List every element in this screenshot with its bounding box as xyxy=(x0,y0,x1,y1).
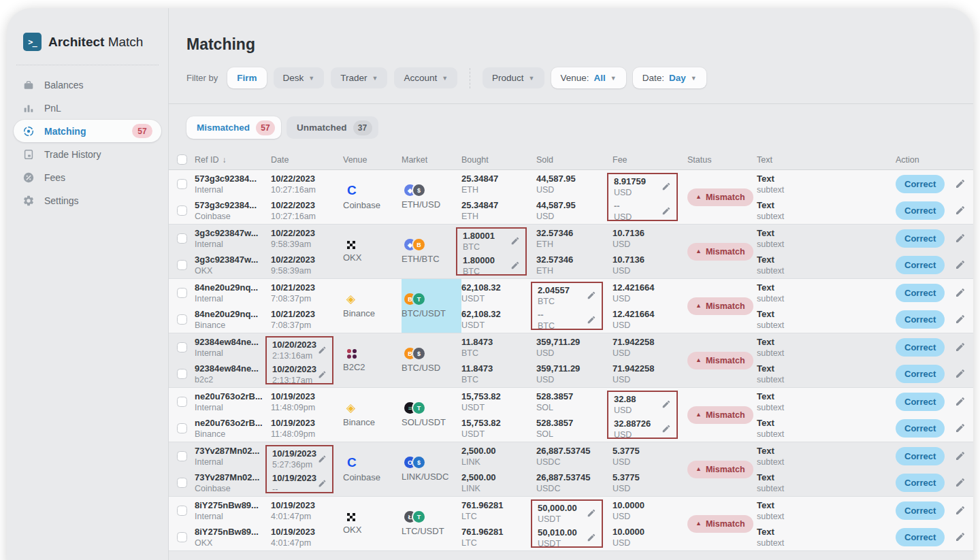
market-pair: ETH/USD xyxy=(402,199,440,210)
tab-mismatched[interactable]: Mismatched 57 xyxy=(186,116,281,139)
sidebar-item-settings[interactable]: Settings xyxy=(14,189,161,212)
filter-date[interactable]: Date:Day▼ xyxy=(633,67,706,88)
edit-pencil-icon[interactable] xyxy=(585,289,598,301)
edit-pencil-icon[interactable] xyxy=(953,258,967,271)
status-cell: ▲Mismatch xyxy=(687,497,757,550)
row-checkbox[interactable] xyxy=(177,451,187,461)
row-checkbox[interactable] xyxy=(177,260,187,270)
row-checkbox[interactable] xyxy=(177,532,187,542)
edit-pencil-icon[interactable] xyxy=(953,312,967,326)
correct-button[interactable]: Correct xyxy=(896,365,945,383)
status-label: Mismatch xyxy=(706,356,745,365)
correct-button[interactable]: Correct xyxy=(896,229,945,248)
sidebar-item-matching[interactable]: Matching 57 xyxy=(14,120,161,142)
correct-button[interactable]: Correct xyxy=(896,338,945,357)
ref-source: Binance xyxy=(195,429,271,439)
edit-pencil-icon[interactable] xyxy=(660,423,672,435)
edit-pencil-icon[interactable] xyxy=(953,530,967,544)
fee-currency: USD xyxy=(612,457,687,467)
row-checkbox[interactable] xyxy=(177,314,187,325)
table-body: 573g3c92384...Internal573g3c92384...Coin… xyxy=(169,170,973,560)
correct-button[interactable]: Correct xyxy=(896,528,945,546)
edit-pencil-icon[interactable] xyxy=(660,205,672,217)
edit-pencil-icon[interactable] xyxy=(953,476,967,489)
coin-pair-icons: ŁT xyxy=(404,511,425,523)
edit-pencil-icon[interactable] xyxy=(953,203,967,217)
ref-source: Internal xyxy=(195,348,271,358)
correct-button[interactable]: Correct xyxy=(896,175,945,193)
filter-product[interactable]: Product▼ xyxy=(483,67,544,88)
edit-pencil-icon[interactable] xyxy=(509,235,521,247)
correct-button[interactable]: Correct xyxy=(896,256,945,274)
text-subtext: subtext xyxy=(757,484,896,493)
row-checkbox[interactable] xyxy=(177,288,187,298)
row-checkbox[interactable] xyxy=(177,179,187,189)
correct-button[interactable]: Correct xyxy=(896,201,945,220)
filter-venue[interactable]: Venue:All▼ xyxy=(551,67,626,88)
bought-amount: 62,108.32 xyxy=(461,282,536,293)
sold-currency: USDC xyxy=(536,484,612,493)
edit-pencil-icon[interactable] xyxy=(509,259,521,271)
filter-desk[interactable]: Desk▼ xyxy=(274,67,325,88)
edit-pencil-icon[interactable] xyxy=(953,286,967,299)
edit-pencil-icon[interactable] xyxy=(953,395,967,408)
tab-unmatched[interactable]: Unmatched 37 xyxy=(287,116,378,139)
edit-pencil-icon[interactable] xyxy=(953,177,967,191)
filter-account[interactable]: Account▼ xyxy=(394,67,457,88)
select-all-checkbox[interactable] xyxy=(177,154,187,165)
edit-pencil-icon[interactable] xyxy=(316,369,328,380)
edit-pencil-icon[interactable] xyxy=(585,507,598,519)
status-label: Mismatch xyxy=(706,410,745,420)
row-checkbox[interactable] xyxy=(177,506,187,516)
sold-cell: 528.3857SOL528.3857SOL xyxy=(536,388,612,442)
edit-pencil-icon[interactable] xyxy=(316,453,328,465)
edit-pencil-icon[interactable] xyxy=(316,344,328,356)
sidebar-item-fees[interactable]: Fees xyxy=(14,166,161,188)
row-checkbox[interactable] xyxy=(177,233,187,244)
sold-cell: 2.04557BTC--BTC xyxy=(536,279,612,333)
edit-pencil-icon[interactable] xyxy=(953,367,967,380)
table-row-group: 8iY275nBw89...Internal8iY275nBw89...OKX1… xyxy=(169,497,973,551)
fee-amount: 5.3775 xyxy=(612,472,687,482)
correct-button[interactable]: Correct xyxy=(896,284,945,302)
edit-pencil-icon[interactable] xyxy=(953,421,967,435)
edit-pencil-icon[interactable] xyxy=(953,231,967,245)
filter-trader[interactable]: Trader▼ xyxy=(331,67,387,88)
correct-button[interactable]: Correct xyxy=(896,310,945,329)
row-checkbox[interactable] xyxy=(177,423,187,433)
sidebar-item-balances[interactable]: Balances xyxy=(14,73,161,96)
correct-button[interactable]: Correct xyxy=(896,419,945,438)
sidebar-item-label: Trade History xyxy=(44,149,101,160)
edit-pencil-icon[interactable] xyxy=(953,449,967,463)
sold-amount: 26,887.53745 xyxy=(536,472,612,482)
correct-button[interactable]: Correct xyxy=(896,501,945,520)
text-subtext: subtext xyxy=(757,266,896,276)
edit-pencil-icon[interactable] xyxy=(585,314,598,326)
sold-amount: 50,010.00 xyxy=(538,527,577,538)
brand-name: Architect Match xyxy=(48,35,143,50)
ref-id: 8iY275nBw89... xyxy=(195,500,271,510)
correct-button[interactable]: Correct xyxy=(896,393,945,411)
edit-pencil-icon[interactable] xyxy=(660,398,672,410)
row-checkbox[interactable] xyxy=(177,397,187,407)
table-row-group: ne20u763o2rB...Internalne20u763o2rB...Bi… xyxy=(169,388,973,442)
chevron-down-icon: ▼ xyxy=(529,75,535,82)
sidebar-item-pnl[interactable]: PnL xyxy=(14,97,161,119)
filter-firm[interactable]: Firm xyxy=(227,67,266,88)
row-checkbox[interactable] xyxy=(177,205,187,216)
sidebar-item-trade-history[interactable]: Trade History xyxy=(14,143,161,165)
edit-pencil-icon[interactable] xyxy=(316,478,328,489)
row-checkbox[interactable] xyxy=(177,369,187,379)
edit-pencil-icon[interactable] xyxy=(953,340,967,354)
correct-button[interactable]: Correct xyxy=(896,474,945,492)
row-checkbox[interactable] xyxy=(177,342,187,352)
action-cell: CorrectCorrect xyxy=(896,279,973,333)
edit-pencil-icon[interactable] xyxy=(953,504,967,517)
correct-button[interactable]: Correct xyxy=(896,447,945,465)
market-cell: ≡TSOL/USDT xyxy=(402,388,461,442)
sold-amount: -- xyxy=(538,310,555,320)
edit-pencil-icon[interactable] xyxy=(585,531,598,544)
sort-desc-icon[interactable]: ↓ xyxy=(222,155,226,165)
row-checkbox[interactable] xyxy=(177,478,187,488)
edit-pencil-icon[interactable] xyxy=(660,180,672,193)
